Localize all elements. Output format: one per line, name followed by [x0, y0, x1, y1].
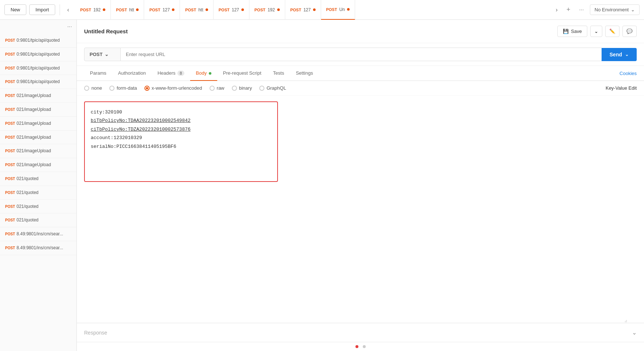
- list-item[interactable]: POST0:9801/tpic/api/quoted: [0, 61, 76, 75]
- radio-option-x-www-form-urlencoded[interactable]: x-www-form-urlencoded: [144, 85, 202, 91]
- tab-nav-params[interactable]: Params: [84, 66, 112, 81]
- sidebar-method-1: POST: [5, 52, 15, 56]
- list-item[interactable]: POST8.49:9801/ins/cm/sear...: [0, 241, 76, 255]
- status-dots: [355, 345, 366, 348]
- status-dot-2: [363, 345, 366, 348]
- add-tab-button[interactable]: +: [564, 6, 573, 14]
- save-icon: 💾: [563, 29, 569, 34]
- radio-option-raw[interactable]: raw: [210, 85, 225, 91]
- list-item[interactable]: POST0:9801/tpic/api/quoted: [0, 34, 76, 48]
- tab-nav-tests[interactable]: Tests: [267, 66, 290, 81]
- radio-option-none[interactable]: none: [84, 85, 102, 91]
- list-item[interactable]: POST021/quoted: [0, 200, 76, 214]
- sidebar-method-14: POST: [5, 232, 15, 236]
- radio-circle-binary: [232, 86, 237, 91]
- new-button[interactable]: New: [4, 4, 26, 15]
- method-label: POST: [90, 52, 102, 57]
- tab-item-6[interactable]: POST 127: [285, 0, 321, 20]
- tab-item-1[interactable]: POST htt: [111, 0, 144, 20]
- tab-dot-3: [206, 8, 208, 11]
- response-label: Response: [84, 330, 107, 336]
- radio-label-raw: raw: [217, 85, 225, 91]
- list-item[interactable]: POST021/quoted: [0, 186, 76, 200]
- body-line: serialNo:PICC16638411405195BF6: [91, 142, 271, 151]
- tab-url-6: 127: [304, 7, 311, 12]
- send-button[interactable]: Send ⌄: [602, 48, 637, 61]
- sidebar-url-11: 021/quoted: [16, 190, 38, 195]
- tab-method-3: POST: [185, 8, 196, 12]
- list-item[interactable]: POST021/quoted: [0, 172, 76, 186]
- comment-icon-button[interactable]: 💬: [622, 26, 637, 37]
- method-selector[interactable]: POST ⌄: [84, 48, 121, 61]
- tab-url-7: Un: [339, 7, 345, 12]
- tab-method-6: POST: [290, 8, 301, 12]
- body-editor[interactable]: city:320100biTbPolicyNo:TDAA202232010002…: [84, 101, 278, 182]
- sidebar-url-2: 0:9801/tpic/api/quoted: [16, 66, 60, 71]
- list-item[interactable]: POST021/imageUpload: [0, 103, 76, 117]
- tab-nav-authorization[interactable]: Authorization: [112, 66, 152, 81]
- tab-item-4[interactable]: POST 127: [214, 0, 249, 20]
- nav-next-button[interactable]: ›: [553, 5, 561, 15]
- url-input[interactable]: [121, 48, 602, 61]
- tab-item-3[interactable]: POST htt: [180, 0, 213, 20]
- edit-icon-button[interactable]: ✏️: [605, 26, 619, 37]
- body-editor-wrapper: city:320100biTbPolicyNo:TDAA202232010002…: [84, 101, 637, 323]
- body-line: ciTbPolicyNo:TDZA202232010002573876: [91, 125, 271, 134]
- key-value-edit-label[interactable]: Key-Value Edit: [606, 85, 637, 91]
- list-item[interactable]: POST8.49:9801/ins/cm/sear...: [0, 227, 76, 241]
- tab-nav-settings[interactable]: Settings: [290, 66, 319, 81]
- tab-item-7[interactable]: POST Un: [321, 0, 355, 20]
- body-line: account:1232010329: [91, 134, 271, 142]
- sidebar-header: ···: [0, 20, 76, 34]
- request-tabs-nav: ParamsAuthorizationHeaders 8Body Pre-req…: [77, 66, 644, 81]
- tab-item-0[interactable]: POST 192: [75, 0, 111, 20]
- tab-url-0: 192: [93, 7, 101, 12]
- list-item[interactable]: POST021/quoted: [0, 213, 76, 227]
- resize-icon: ⊿: [624, 319, 627, 323]
- tab-nav-body[interactable]: Body: [190, 66, 217, 81]
- environment-selector[interactable]: No Environment ⌄: [590, 4, 640, 15]
- tab-more-button[interactable]: ···: [576, 7, 587, 13]
- resize-handle[interactable]: ⊿: [624, 318, 629, 323]
- list-item[interactable]: POST0:9801/tpic/api/quoted: [0, 75, 76, 89]
- response-area: Response ⌄: [77, 323, 644, 342]
- tab-nav-headers[interactable]: Headers 8: [152, 66, 190, 81]
- sidebar-method-7: POST: [5, 135, 15, 139]
- list-item[interactable]: POST021/imageUpload: [0, 131, 76, 145]
- tab-method-4: POST: [219, 8, 230, 12]
- tab-nav-prerequest[interactable]: Pre-request Script: [217, 66, 267, 81]
- tab-item-5[interactable]: POST 192: [249, 0, 285, 20]
- nav-prev-button[interactable]: ‹: [64, 5, 72, 15]
- response-collapse-icon[interactable]: ⌄: [632, 329, 637, 336]
- sidebar-url-10: 021/quoted: [16, 176, 38, 181]
- sidebar-method-12: POST: [5, 205, 15, 209]
- list-item[interactable]: POST021/imageUpload: [0, 89, 76, 103]
- tab-dot-2: [172, 8, 174, 11]
- tab-item-2[interactable]: POST 127: [144, 0, 180, 20]
- import-button[interactable]: Import: [29, 4, 55, 15]
- save-button[interactable]: 💾 Save: [557, 26, 587, 37]
- list-item[interactable]: POST021/imageUpload: [0, 117, 76, 131]
- list-item[interactable]: POST021/imageUpload: [0, 144, 76, 158]
- request-area: Untitled Request 💾 Save ⌄ ✏️ 💬 POST ⌄ Se…: [77, 20, 644, 351]
- cookies-link[interactable]: Cookies: [619, 71, 637, 76]
- tab-url-3: htt: [198, 7, 203, 12]
- radio-option-form-data[interactable]: form-data: [109, 85, 137, 91]
- tabs-scroll: POST 192 POST htt POST 127 POST htt POST…: [75, 0, 550, 20]
- sidebar-method-5: POST: [5, 108, 15, 112]
- sidebar-method-13: POST: [5, 218, 15, 222]
- tab-method-1: POST: [116, 8, 127, 12]
- sidebar-url-6: 021/imageUpload: [16, 121, 51, 126]
- tab-url-5: 192: [268, 7, 275, 12]
- save-dropdown-button[interactable]: ⌄: [590, 26, 602, 37]
- tab-dot-1: [136, 8, 139, 11]
- list-item[interactable]: POST0:9801/tpic/api/quoted: [0, 48, 76, 61]
- sidebar-more-button[interactable]: ···: [67, 23, 72, 30]
- sidebar-url-14: 8.49:9801/ins/cm/sear...: [16, 231, 63, 236]
- tab-dot-body: [209, 72, 211, 75]
- chevron-down-icon: ⌄: [631, 7, 635, 12]
- radio-option-binary[interactable]: binary: [232, 85, 252, 91]
- divider: [60, 4, 60, 15]
- list-item[interactable]: POST021/imageUpload: [0, 158, 76, 172]
- radio-option-graphql[interactable]: GraphQL: [259, 85, 286, 91]
